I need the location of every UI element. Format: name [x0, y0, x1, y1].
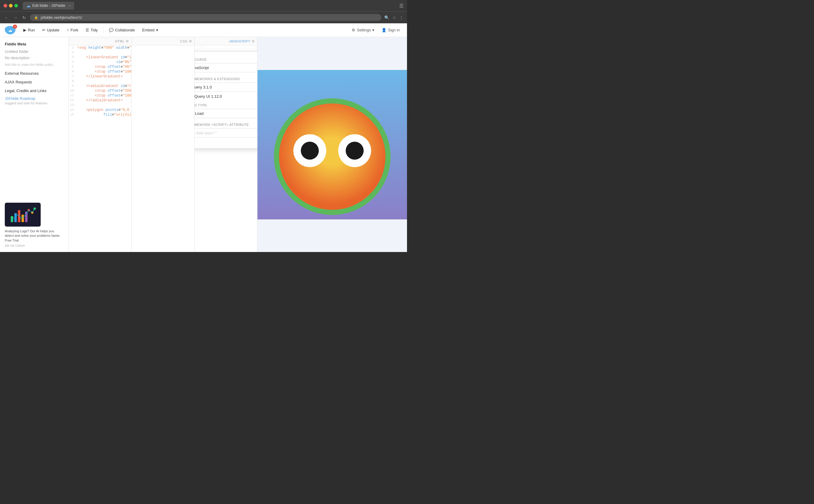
run-button[interactable]: ▶ Run: [20, 26, 38, 34]
embed-button[interactable]: Embed ▾: [139, 26, 161, 34]
tidy-button[interactable]: ☰ Tidy: [83, 26, 101, 34]
sidebar-legal[interactable]: Legal, Credits and Links: [5, 88, 64, 93]
notification-badge: 4: [13, 25, 17, 29]
tidy-icon: ☰: [85, 28, 89, 32]
svg-point-14: [301, 142, 319, 160]
signin-button[interactable]: 👤 Sign in: [379, 26, 402, 34]
code-line: 14 <polygon points="0,0 0,600 600,600 60…: [69, 108, 131, 112]
main-layout: Fiddle Meta Untitled fiddle No descripti…: [0, 37, 407, 252]
settings-chevron-icon: ▾: [372, 28, 374, 32]
more-icon[interactable]: ⋮: [399, 15, 403, 20]
address-bar-row: ← → ↻ 🔒 jsfiddle.net/kjkma5km/1/ 🔍 ☆ ⋮: [0, 11, 407, 23]
sidebar-ad: Analyzing Logs? Our AI helps you detect …: [5, 198, 64, 247]
collaborate-icon: 💬: [109, 28, 114, 32]
bookmark-icon[interactable]: ☆: [392, 15, 396, 20]
browser-nav-right: 🔍 ☆ ⋮: [384, 15, 403, 20]
close-button[interactable]: [4, 4, 7, 7]
svg-point-15: [346, 142, 363, 160]
code-line: 4 x1="0%" y1="0%" x2="100%" y2="0%">: [69, 60, 131, 65]
tidy-label: Tidy: [91, 28, 98, 32]
update-button[interactable]: ✏ Update: [39, 26, 62, 34]
forward-button[interactable]: →: [13, 14, 19, 21]
css-code-editor[interactable]: [132, 45, 194, 252]
signin-label: Sign in: [388, 28, 400, 32]
script-attr-label: FRAMEWORK <SCRIPT> ATTRIBUTE: [195, 123, 257, 126]
html-pane: HTML ⚙ 1 <svg height="600" width="600"> …: [69, 37, 132, 252]
language-select[interactable]: JavaScript CoffeeScript TypeScript Babel…: [195, 63, 257, 72]
js-settings-panel: × LANGUAGE JavaScript CoffeeScript TypeS…: [195, 51, 257, 149]
code-line: 11 <stop offset="100%" stop-color="#FC6E…: [69, 93, 131, 98]
preview-content: [257, 37, 407, 252]
logo: ☁ 4: [5, 26, 16, 34]
collaborate-label: Collaborate: [115, 28, 135, 32]
tab-title: Edit fiddle - JSFiddle: [32, 4, 65, 8]
js-settings-gear-icon[interactable]: ⚙: [251, 39, 255, 43]
embed-chevron-icon: ▾: [156, 28, 158, 32]
roadmap-link[interactable]: JSFiddle Roadmap: [5, 97, 64, 101]
app-toolbar: ☁ 4 ▶ Run ✏ Update ⑂ Fork ☰ Tidy 💬 Colla…: [0, 23, 407, 37]
cloud-icon: ☁: [8, 28, 12, 33]
load-type-select[interactable]: onLoad onDomReady No wrap - in head No w…: [195, 109, 257, 118]
maximize-button[interactable]: [14, 4, 18, 7]
settings-button[interactable]: ⚙ Settings ▾: [349, 26, 377, 34]
preview-pane: [257, 37, 407, 252]
jquery-ui-label: jQuery UI 1.12.0: [195, 94, 222, 99]
ad-text[interactable]: Analyzing Logs? Our AI helps you detect …: [5, 229, 64, 243]
run-label: Run: [28, 28, 35, 32]
language-label: LANGUAGE: [195, 58, 257, 61]
sidebar-untitled[interactable]: Untitled fiddle: [5, 49, 64, 54]
toolbar-right: ⚙ Settings ▾ 👤 Sign in: [349, 26, 402, 34]
browser-menu-icon[interactable]: ☰: [399, 3, 403, 9]
frameworks-field: FRAMEWORKS & EXTENSIONS jQuery 3.1.0 jQu…: [195, 77, 257, 99]
code-line: 13: [69, 103, 131, 108]
code-line: 9 <radialGradient id="radialGrad" cx="50…: [69, 84, 131, 88]
sidebar-ajax-requests[interactable]: AJAX Requests: [5, 80, 64, 84]
script-attr-field: FRAMEWORK <SCRIPT> ATTRIBUTE: [195, 123, 257, 138]
address-bar[interactable]: 🔒 jsfiddle.net/kjkma5km/1/: [30, 14, 381, 21]
refresh-button[interactable]: ↻: [22, 14, 27, 21]
ext-resources-label: External Resources: [5, 71, 64, 76]
minimize-button[interactable]: [9, 4, 13, 7]
code-line: 7 </linearGradient>: [69, 74, 131, 79]
update-icon: ✏: [42, 28, 45, 32]
back-button[interactable]: ←: [4, 14, 10, 21]
sidebar-add-title-hint: Add title to make the fiddle public.: [5, 62, 64, 67]
app-container: ☁ 4 ▶ Run ✏ Update ⑂ Fork ☰ Tidy 💬 Colla…: [0, 23, 407, 252]
script-attr-input[interactable]: [195, 128, 257, 138]
fork-icon: ⑂: [67, 28, 69, 32]
css-pane-header: CSS ⚙: [132, 37, 194, 45]
html-code-editor[interactable]: 1 <svg height="600" width="600"> 2 3 <li…: [69, 45, 131, 252]
css-pane: CSS ⚙: [132, 37, 194, 252]
sidebar-ext-resources[interactable]: External Resources: [5, 71, 64, 76]
url-text: jsfiddle.net/kjkma5km/1/: [41, 15, 82, 20]
code-line: 8: [69, 79, 131, 84]
traffic-lights: [4, 4, 18, 7]
new-tab-button[interactable]: [78, 1, 90, 10]
fork-label: Fork: [71, 28, 78, 32]
framework-select[interactable]: jQuery 3.1.0 jQuery 3.3.1 None: [195, 83, 257, 92]
css-pane-label: CSS: [180, 39, 187, 43]
roadmap-sub: suggest and vote for features: [5, 101, 64, 105]
tab-icon: ☁: [26, 3, 30, 8]
settings-label: Settings: [357, 28, 371, 32]
load-type-field: LOAD TYPE onLoad onDomReady No wrap - in…: [195, 103, 257, 118]
code-line: 5 <stop offset="0%" stop-color="#4FC1E9"…: [69, 65, 131, 69]
jquery-ui-checkbox-label: jQuery UI 1.12.0: [195, 94, 257, 99]
lock-icon: 🔒: [34, 16, 38, 19]
collaborate-button[interactable]: 💬 Collaborate: [106, 26, 138, 34]
ad-image[interactable]: [5, 203, 41, 227]
sidebar-no-desc[interactable]: No description: [5, 56, 64, 60]
legal-label: Legal, Credits and Links: [5, 88, 64, 93]
html-settings-gear-icon[interactable]: ⚙: [126, 39, 129, 43]
browser-tab[interactable]: ☁ Edit fiddle - JSFiddle ×: [23, 2, 74, 10]
search-icon[interactable]: 🔍: [384, 15, 389, 20]
code-line: 10 <stop offset="25%" stop-color="#FFCC0…: [69, 88, 131, 93]
code-line: 6 <stop offset="100%" stop-color="#AC92E…: [69, 69, 131, 74]
fork-button[interactable]: ⑂ Fork: [64, 26, 81, 34]
sidebar: Fiddle Meta Untitled fiddle No descripti…: [0, 37, 69, 252]
html-pane-label: HTML: [115, 39, 124, 43]
css-settings-gear-icon[interactable]: ⚙: [189, 39, 192, 43]
tab-close-button[interactable]: ×: [69, 4, 71, 7]
jquery-ui-row: jQuery UI 1.12.0: [195, 94, 257, 99]
js-settings-overlay: × LANGUAGE JavaScript CoffeeScript TypeS…: [195, 45, 257, 252]
